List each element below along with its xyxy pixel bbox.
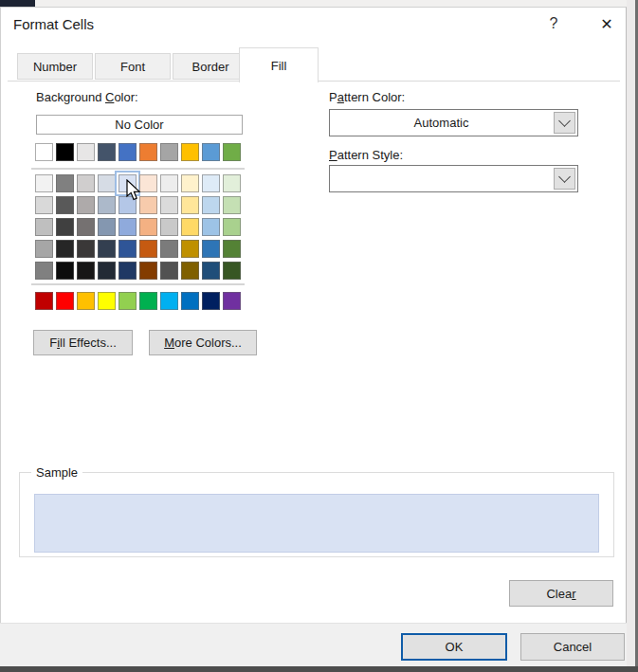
more-colors-button[interactable]: More Colors... xyxy=(149,330,257,355)
chevron-down-icon xyxy=(558,171,571,183)
palette-divider-top xyxy=(31,168,245,170)
color-swatch[interactable] xyxy=(181,292,199,310)
color-swatch[interactable] xyxy=(160,143,178,161)
theme-color-row xyxy=(35,143,241,161)
color-swatch[interactable] xyxy=(223,143,241,161)
color-swatch[interactable] xyxy=(160,174,178,192)
color-swatch[interactable] xyxy=(181,196,199,214)
color-swatch[interactable] xyxy=(160,262,178,280)
tab-border-label: Border xyxy=(191,60,228,74)
color-swatch[interactable] xyxy=(160,196,178,214)
chevron-down-icon xyxy=(558,115,571,127)
cancel-button[interactable]: Cancel xyxy=(520,633,625,661)
color-swatch[interactable] xyxy=(202,262,220,280)
pattern-color-dropdown[interactable]: Automatic xyxy=(329,109,578,136)
color-swatch[interactable] xyxy=(98,143,116,161)
tab-font[interactable]: Font xyxy=(95,53,171,80)
color-swatch[interactable] xyxy=(118,218,137,236)
pattern-style-dropdown-button[interactable] xyxy=(554,168,575,190)
color-swatch[interactable] xyxy=(202,218,220,236)
color-swatch[interactable] xyxy=(181,174,199,192)
tab-number-label: Number xyxy=(33,60,77,74)
color-swatch[interactable] xyxy=(202,174,220,192)
palette-divider-bottom xyxy=(31,283,245,285)
color-swatch[interactable] xyxy=(139,218,157,236)
fill-effects-button[interactable]: Fill Effects... xyxy=(33,330,133,355)
color-swatch[interactable] xyxy=(77,262,95,280)
pattern-color-dropdown-button[interactable] xyxy=(554,112,575,134)
color-swatch[interactable] xyxy=(56,143,74,161)
color-swatch[interactable] xyxy=(223,196,241,214)
variant-row xyxy=(35,218,241,236)
color-swatch[interactable] xyxy=(56,196,74,214)
tab-font-label: Font xyxy=(120,60,145,74)
color-swatch[interactable] xyxy=(56,262,74,280)
color-swatch[interactable] xyxy=(181,143,199,161)
color-swatch[interactable] xyxy=(56,240,74,258)
color-swatch[interactable] xyxy=(139,292,157,310)
color-swatch[interactable] xyxy=(35,262,53,280)
color-swatch[interactable] xyxy=(202,292,220,310)
color-swatch[interactable] xyxy=(181,262,199,280)
color-swatch[interactable] xyxy=(223,174,241,192)
close-icon[interactable]: ✕ xyxy=(593,11,620,36)
color-swatch[interactable] xyxy=(223,218,241,236)
color-swatch[interactable] xyxy=(98,292,116,310)
color-swatch[interactable] xyxy=(139,143,157,161)
color-swatch[interactable] xyxy=(98,262,116,280)
background-app-fragment xyxy=(0,0,35,7)
color-swatch[interactable] xyxy=(56,174,74,192)
color-swatch[interactable] xyxy=(118,262,137,280)
help-button[interactable]: ? xyxy=(542,12,565,35)
color-swatch[interactable] xyxy=(98,218,116,236)
tab-fill[interactable]: Fill xyxy=(239,47,319,82)
variant-row xyxy=(35,240,241,258)
sample-preview xyxy=(34,494,599,553)
color-swatch[interactable] xyxy=(77,174,95,192)
pattern-style-label: Pattern Style: xyxy=(329,148,403,162)
color-swatch[interactable] xyxy=(181,218,199,236)
color-swatch[interactable] xyxy=(202,240,220,258)
background-color-label: Background Color: xyxy=(36,90,138,104)
color-swatch[interactable] xyxy=(35,143,53,161)
color-swatch[interactable] xyxy=(35,292,53,310)
color-swatch[interactable] xyxy=(98,174,116,192)
color-swatch[interactable] xyxy=(56,218,74,236)
color-swatch[interactable] xyxy=(35,196,53,214)
pattern-style-dropdown[interactable] xyxy=(329,165,578,192)
background-app-bottom-bar xyxy=(0,666,638,672)
color-swatch[interactable] xyxy=(77,218,95,236)
color-swatch[interactable] xyxy=(77,240,95,258)
color-swatch[interactable] xyxy=(223,240,241,258)
color-swatch[interactable] xyxy=(160,218,178,236)
color-swatch[interactable] xyxy=(77,143,95,161)
color-swatch[interactable] xyxy=(223,292,241,310)
color-swatch[interactable] xyxy=(160,292,178,310)
color-swatch[interactable] xyxy=(118,240,137,258)
color-swatch[interactable] xyxy=(56,292,74,310)
background-app-strip xyxy=(0,0,638,7)
color-swatch[interactable] xyxy=(181,240,199,258)
pattern-color-label: Pattern Color: xyxy=(329,90,405,104)
color-swatch[interactable] xyxy=(202,196,220,214)
color-swatch[interactable] xyxy=(35,218,53,236)
color-swatch[interactable] xyxy=(77,292,95,310)
color-swatch[interactable] xyxy=(77,196,95,214)
color-swatch[interactable] xyxy=(118,292,137,310)
color-swatch[interactable] xyxy=(118,143,137,161)
dialog-title: Format Cells xyxy=(13,16,94,32)
no-color-button[interactable]: No Color xyxy=(36,115,243,135)
color-swatch[interactable] xyxy=(139,262,157,280)
color-swatch[interactable] xyxy=(202,143,220,161)
tab-number[interactable]: Number xyxy=(17,53,93,80)
color-swatch[interactable] xyxy=(35,174,53,192)
color-swatch[interactable] xyxy=(35,240,53,258)
ok-button[interactable]: OK xyxy=(401,633,507,661)
color-swatch[interactable] xyxy=(223,262,241,280)
color-swatch[interactable] xyxy=(160,240,178,258)
clear-button[interactable]: Clear xyxy=(509,580,613,607)
color-swatch[interactable] xyxy=(98,240,116,258)
tab-border[interactable]: Border xyxy=(173,53,248,80)
color-swatch[interactable] xyxy=(139,240,157,258)
color-swatch[interactable] xyxy=(98,196,116,214)
